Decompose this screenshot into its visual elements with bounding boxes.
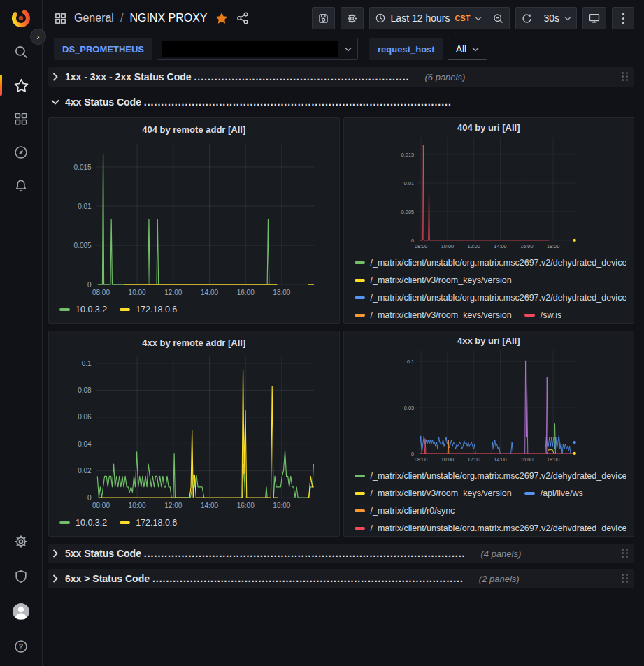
search-icon[interactable] [6, 41, 36, 63]
sidebar-item-alerting[interactable] [6, 175, 36, 197]
legend-item[interactable]: /_matrix/client/unstable/org.matrix.msc2… [355, 471, 627, 481]
save-button[interactable] [312, 7, 335, 29]
avatar[interactable] [6, 600, 36, 623]
y-tick-label: 0 [410, 238, 413, 244]
y-tick-label: 0.02 [78, 467, 92, 475]
series-line [98, 154, 124, 284]
help-icon[interactable]: ? [6, 635, 36, 658]
y-tick-label: 0.05 [403, 405, 413, 411]
legend-item[interactable]: /_matrix/client/v3/room_keys/version [355, 275, 512, 285]
series-point [573, 441, 575, 444]
refresh-interval-button[interactable]: 30s [538, 7, 577, 29]
row-1xx-3xx-2xx[interactable]: 1xx - 3xx - 2xx Status Code ............… [48, 67, 634, 87]
zoom-out-button[interactable] [487, 7, 510, 29]
row-5xx[interactable]: 5xx Status Code ........................… [48, 544, 634, 563]
refresh-interval-label: 30s [543, 13, 559, 24]
panel-title[interactable]: 4xx by remote addr [All] [55, 335, 333, 352]
legend-item[interactable]: 172.18.0.6 [120, 305, 177, 314]
sidebar-item-dashboards[interactable] [6, 108, 36, 130]
legend-swatch [524, 492, 535, 495]
row-6xx[interactable]: 6xx > Status Code ......................… [48, 569, 634, 588]
legend-item[interactable]: /sw.js [524, 310, 562, 319]
chart-legend: 10.0.3.2172.18.0.6 [55, 512, 333, 531]
y-tick-label: 0.08 [78, 386, 92, 394]
dashboard-settings-button[interactable] [341, 7, 364, 29]
panel-title[interactable]: 404 by remote addr [All] [55, 122, 333, 138]
series-line [157, 219, 159, 284]
apps-grid-icon[interactable] [54, 12, 67, 25]
sidebar-item-explore[interactable] [6, 141, 36, 164]
row-panel-count: (4 panels) [480, 549, 521, 559]
legend-item[interactable]: 172.18.0.6 [120, 518, 177, 528]
legend-item[interactable]: /api/live/ws [524, 488, 583, 498]
series-line [492, 440, 500, 454]
x-tick-label: 10:00 [441, 243, 453, 249]
sidebar-expand-button[interactable]: › [30, 29, 46, 45]
legend-item[interactable]: /_matrix/client/v3/room_keys/version [355, 310, 512, 319]
x-tick-label: 16:00 [520, 456, 533, 463]
star-filled-icon[interactable] [215, 11, 229, 25]
legend-item[interactable]: /_matrix/client/unstable/org.matrix.msc2… [355, 258, 627, 268]
tv-mode-button[interactable] [582, 7, 606, 29]
request-host-variable-dropdown[interactable]: All [448, 38, 488, 60]
row-leader: ........................................… [194, 71, 409, 82]
chart-4xx-by-uri[interactable]: 08:0010:0012:0014:0016:0018:0000.050.1 [350, 347, 628, 464]
share-icon[interactable] [236, 11, 250, 25]
legend-label: /api/live/ws [541, 488, 583, 498]
gear-icon[interactable] [6, 530, 36, 553]
request-host-variable-label: request_host [369, 38, 443, 60]
y-tick-label: 0.005 [74, 242, 92, 249]
legend-label: /_matrix/client/r0/sync [371, 506, 455, 516]
legend-label: /_matrix/client/v3/room_keys/version [371, 488, 512, 498]
y-tick-label: 0.1 [406, 359, 413, 365]
series-line [267, 219, 269, 284]
breadcrumb: General / NGINX PROXY [74, 12, 208, 24]
y-tick-label: 0.01 [78, 202, 92, 210]
chart-legend: 10.0.3.2172.18.0.6 [55, 298, 333, 318]
chevron-right-icon [51, 549, 59, 558]
row-drag-handle[interactable] [622, 72, 629, 82]
y-tick-label: 0.005 [401, 209, 413, 215]
grafana-logo-icon[interactable] [6, 7, 36, 29]
series-line [547, 450, 553, 454]
panel-title[interactable]: 4xx by uri [All] [350, 335, 628, 347]
series-line [510, 442, 513, 454]
variables-row: DS_PROMETHEUS request_host All [43, 36, 644, 61]
sidebar-item-starred[interactable] [6, 74, 36, 96]
svg-text:?: ? [19, 643, 23, 651]
chart-404-by-remote-addr[interactable]: 08:0010:0012:0014:0016:0018:0000.0050.01… [55, 138, 333, 298]
row-leader: ........................................… [144, 96, 452, 108]
chevron-right-icon [51, 574, 59, 583]
more-menu-button[interactable] [612, 7, 634, 29]
row-leader: ........................................… [144, 548, 466, 559]
x-tick-label: 10:00 [441, 456, 453, 463]
row-4xx[interactable]: 4xx Status Code ........................… [48, 92, 634, 112]
legend-swatch [355, 527, 365, 530]
x-tick-label: 10:00 [129, 289, 147, 296]
legend-item[interactable]: 10.0.3.2 [59, 518, 107, 528]
panel-title[interactable]: 404 by uri [All] [350, 122, 628, 133]
chart-legend: /_matrix/client/unstable/org.matrix.msc2… [350, 251, 628, 318]
chart-4xx-by-remote-addr[interactable]: 08:0010:0012:0014:0016:0018:0000.020.040… [55, 352, 333, 512]
time-controls: Last 12 hours CST [369, 7, 510, 29]
legend-swatch [59, 308, 70, 311]
datasource-variable-dropdown[interactable] [157, 38, 358, 60]
refresh-button[interactable] [515, 7, 538, 29]
chart-404-by-uri[interactable]: 08:0010:0012:0014:0016:0018:0000.0050.01… [350, 133, 628, 251]
x-tick-label: 18:00 [546, 243, 559, 249]
row-drag-handle[interactable] [622, 574, 629, 584]
legend-item[interactable]: 10.0.3.2 [59, 305, 107, 314]
y-tick-label: 0 [87, 494, 92, 502]
time-picker-button[interactable]: Last 12 hours CST [369, 7, 488, 29]
legend-item[interactable]: /_matrix/client/r0/sync [355, 506, 455, 516]
x-tick-label: 18:00 [546, 456, 559, 463]
row-title: 4xx Status Code [65, 96, 141, 108]
legend-item[interactable]: /_matrix/client/unstable/org.matrix.msc2… [355, 523, 627, 532]
legend-label: 172.18.0.6 [136, 305, 177, 314]
legend-item[interactable]: /_matrix/client/unstable/org.matrix.msc2… [355, 293, 627, 303]
dashboard-title[interactable]: NGINX PROXY [129, 12, 207, 24]
breadcrumb-section[interactable]: General [74, 12, 114, 24]
row-drag-handle[interactable] [622, 549, 629, 558]
shield-icon[interactable] [6, 565, 36, 588]
legend-item[interactable]: /_matrix/client/v3/room_keys/version [355, 488, 512, 498]
